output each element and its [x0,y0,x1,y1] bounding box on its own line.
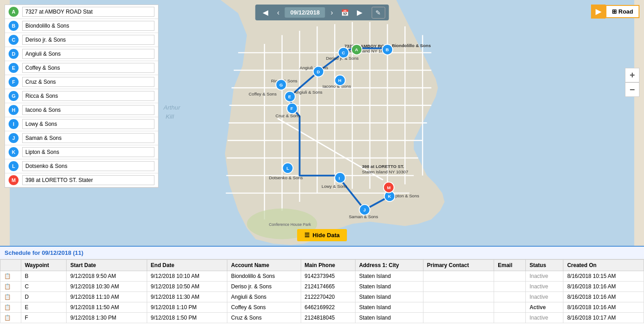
col-email: Email [494,260,526,271]
row-city: Staten Island [355,271,423,282]
route-item[interactable]: HIacono & Sons [5,103,158,117]
route-item[interactable]: KLipton & Sons [5,145,158,159]
next-button[interactable]: › [327,7,336,19]
row-phone: 9142373945 [301,271,355,282]
route-name: Saman & Sons [22,133,154,143]
road-arrow-button[interactable]: ▶ [591,5,606,19]
zoom-out-button[interactable]: − [625,82,639,97]
route-badge: I [9,119,19,129]
svg-text:I: I [339,176,340,181]
col-contact: Primary Contact [423,260,494,271]
row-email [494,271,526,282]
svg-text:Conference House Park: Conference House Park [269,222,312,227]
road-text: Road [619,8,634,15]
route-name: Cruz & Sons [22,77,154,87]
row-waypoint: F [21,313,67,323]
schedule-table-container[interactable]: Waypoint Start Date End Date Account Nam… [0,259,644,325]
row-created: 8/16/2018 10:17 AM [563,313,644,323]
row-end-date: 9/12/2018 11:30 AM [147,292,227,302]
route-badge: L [9,161,19,171]
route-badge: J [9,133,19,143]
hide-data-icon: ☰ [304,232,310,239]
route-item[interactable]: BBiondolillo & Sons [5,19,158,33]
zoom-in-button[interactable]: + [625,68,639,82]
svg-text:Staten Island NY 10307: Staten Island NY 10307 [362,169,408,174]
row-status: Inactive [526,282,563,292]
col-created: Created On [563,260,644,271]
table-row[interactable]: 📋D9/12/2018 11:10 AM9/12/2018 11:30 AMAn… [0,292,644,302]
svg-text:Dotsenko & Sons: Dotsenko & Sons [269,175,303,180]
prev-prev-button[interactable]: ◀ [259,6,272,19]
prev-button[interactable]: ‹ [274,7,283,19]
table-header-row: Waypoint Start Date End Date Account Nam… [0,260,644,271]
route-item[interactable]: JSaman & Sons [5,131,158,145]
schedule-section: Schedule for 09/12/2018 (11) Waypoint St… [0,246,644,325]
road-label[interactable]: ⊞ Road [606,5,640,18]
route-item[interactable]: CDeriso jr. & Sons [5,33,158,47]
date-display: 09/12/2018 [285,7,325,18]
route-badge: E [9,63,19,73]
row-city: Staten Island [355,292,423,302]
road-button-container: ▶ ⊞ Road [591,5,640,19]
row-email [494,302,526,313]
route-item[interactable]: ILowy & Sons [5,117,158,131]
svg-text:Lowy & Sons: Lowy & Sons [322,184,347,189]
row-account: Biondolillo & Sons [227,271,301,282]
svg-text:Coffey & Sons: Coffey & Sons [249,91,277,96]
map-grid-icon: ⊞ [612,8,617,15]
schedule-title: Schedule for 09/12/2018 (11) [5,249,83,256]
row-start-date: 9/12/2018 10:30 AM [67,282,147,292]
row-end-date: 9/12/2018 10:10 AM [147,271,227,282]
col-account-name: Account Name [227,260,301,271]
svg-text:Arthur: Arthur [163,104,180,111]
row-email [494,313,526,323]
row-end-date: 9/12/2018 1:10 PM [147,302,227,313]
svg-text:B: B [386,47,389,52]
route-badge: F [9,77,19,87]
main-container: Conference House Park Arthur Kill 7327 a… [0,0,644,325]
row-phone: 2124174665 [301,282,355,292]
col-icon [0,260,21,271]
row-created: 8/16/2018 10:15 AM [563,271,644,282]
route-item[interactable]: GRicca & Sons [5,89,158,103]
row-account: Cruz & Sons [227,313,301,323]
svg-text:Cruz & Sons: Cruz & Sons [275,113,300,118]
route-badge: A [9,7,19,17]
hide-data-button[interactable]: ☰ Hide Data [297,229,347,241]
map-area: Conference House Park Arthur Kill 7327 a… [0,0,644,246]
edit-button[interactable]: ✎ [371,7,385,19]
route-item[interactable]: ECoffey & Sons [5,61,158,75]
row-icon-cell: 📋 [0,282,21,292]
route-name: Lowy & Sons [22,119,154,129]
next-next-button[interactable]: ▶ [353,6,366,19]
row-phone: 6462169922 [301,302,355,313]
route-badge: M [9,175,19,185]
route-panel: A7327 at AMBOY ROAD StatBBiondolillo & S… [5,5,159,188]
svg-text:398 at LORETTO ST.: 398 at LORETTO ST. [362,164,404,169]
table-row[interactable]: 📋B9/12/2018 9:50 AM9/12/2018 10:10 AMBio… [0,271,644,282]
table-row[interactable]: 📋C9/12/2018 10:30 AM9/12/2018 10:50 AMDe… [0,282,644,292]
row-contact [423,313,494,323]
route-name: Iacono & Sons [22,105,154,115]
row-city: Staten Island [355,313,423,323]
route-item[interactable]: LDotsenko & Sons [5,159,158,173]
route-item[interactable]: DAngiuli & Sons [5,47,158,61]
row-contact [423,292,494,302]
row-account: Angiuli & Sons [227,292,301,302]
svg-text:M: M [387,185,391,190]
row-created: 8/16/2018 10:16 AM [563,302,644,313]
schedule-header: Schedule for 09/12/2018 (11) [0,247,644,259]
table-row[interactable]: 📋E9/12/2018 11:50 AM9/12/2018 1:10 PMCof… [0,302,644,313]
svg-text:Angiuli & Sons: Angiuli & Sons [294,90,322,95]
row-status: Active [526,302,563,313]
svg-text:Lipton & Sons: Lipton & Sons [392,193,419,198]
route-badge: B [9,21,19,31]
calendar-button[interactable]: 📅 [338,7,351,18]
col-city: Address 1: City [355,260,423,271]
route-item[interactable]: FCruz & Sons [5,75,158,89]
route-item[interactable]: M398 at LORETTO ST. Stater [5,173,158,187]
table-row[interactable]: 📋F9/12/2018 1:30 PM9/12/2018 1:50 PMCruz… [0,313,644,323]
row-status: Inactive [526,292,563,302]
row-icon-cell: 📋 [0,292,21,302]
route-item[interactable]: A7327 at AMBOY ROAD Stat [5,5,158,19]
